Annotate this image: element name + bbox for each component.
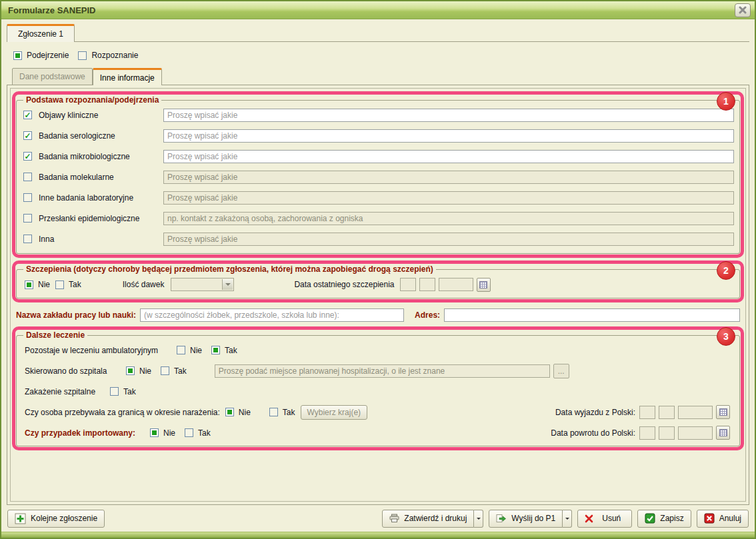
wyslij-do-p1-label: Wyślij do P1	[511, 514, 555, 523]
szczepienie-year-input[interactable]	[439, 278, 473, 291]
adres-label: Adres:	[415, 310, 440, 320]
inna-input[interactable]	[163, 233, 734, 246]
badania-mikrobiologiczne-checkbox[interactable]	[23, 152, 32, 161]
badania-molekularne-checkbox[interactable]	[23, 173, 32, 181]
szpital-tak-checkbox[interactable]: Tak	[161, 366, 187, 376]
zakazenie-tak-checkbox[interactable]: Tak	[110, 387, 136, 396]
anuluj-button[interactable]: Anuluj	[697, 510, 749, 528]
dalsze-leczenie-fieldset: Dalsze leczenie Pozostaje w leczeniu amb…	[16, 330, 740, 446]
ilosc-dawek-combobox[interactable]	[171, 278, 234, 291]
szpital-more-button[interactable]: ...	[553, 364, 569, 378]
szpital-tak-label: Tak	[174, 366, 187, 376]
data-powrotu-group: Data powrotu do Polski:	[551, 426, 730, 440]
importowany-nie-checkbox[interactable]: Nie	[150, 428, 175, 438]
inne-badania-input[interactable]	[163, 191, 734, 205]
rozpoznanie-checkbox-box[interactable]	[78, 51, 87, 60]
inna-label: Inna	[39, 235, 54, 244]
importowany-tak-box[interactable]	[185, 428, 193, 437]
ambulatoryjne-nie-checkbox[interactable]: Nie	[177, 346, 202, 355]
dalsze-leczenie-legend: Dalsze leczenie	[23, 330, 87, 340]
szczepienia-nie-box[interactable]	[25, 280, 33, 289]
ambulatoryjne-nie-label: Nie	[190, 346, 202, 355]
wyjazd-year-input[interactable]	[678, 406, 713, 419]
powrot-day-input[interactable]	[639, 426, 655, 440]
ambulatoryjne-tak-box[interactable]	[211, 346, 220, 354]
szczepienia-nie-label: Nie	[38, 280, 50, 289]
za-granica-tak-checkbox[interactable]: Tak	[269, 408, 295, 417]
szpital-nie-checkbox[interactable]: Nie	[126, 366, 151, 376]
zatwierdz-drukuj-label: Zatwierdź i drukuj	[404, 514, 467, 523]
zakazenie-tak-box[interactable]	[110, 387, 119, 396]
zatwierdz-dropdown-arrow[interactable]	[474, 510, 483, 528]
usun-button[interactable]: Usuń	[577, 510, 632, 528]
row-objawy-kliniczne: Objawy kliniczne	[22, 105, 734, 125]
przeslanki-checkbox[interactable]	[23, 214, 32, 223]
row-szpital: Skierowano do szpitala Nie Tak ...	[22, 360, 734, 381]
podejrzenie-checkbox-box[interactable]	[13, 51, 22, 60]
szpital-miejsce-input[interactable]	[215, 364, 550, 378]
zakazenie-label: Zakażenie szpitalne	[25, 387, 110, 396]
wyjazd-month-input[interactable]	[659, 406, 675, 419]
section-3-badge: 3	[717, 327, 735, 346]
tab-zgloszenie-1[interactable]: Zgłoszenie 1	[7, 24, 75, 42]
wyjazd-day-input[interactable]	[639, 406, 655, 419]
objawy-kliniczne-checkbox[interactable]	[23, 111, 32, 119]
wyslij-do-p1-button[interactable]: Wyślij do P1	[489, 510, 563, 528]
za-granica-nie-box[interactable]	[225, 408, 234, 416]
send-icon	[496, 514, 507, 523]
sanepid-window: Formularze SANEPID Zgłoszenie 1 Podejrze…	[0, 0, 756, 539]
zapisz-button[interactable]: Zapisz	[637, 510, 691, 528]
data-wyjazdu-label: Data wyjazdu z Polski:	[555, 408, 635, 417]
tab-inne-informacje[interactable]: Inne informacje	[93, 68, 162, 85]
podstawa-fieldset: Podstawa rozpoznania/podejrzenia Objawy …	[16, 95, 740, 254]
importowany-tak-checkbox[interactable]: Tak	[185, 428, 211, 438]
combo-arrow-icon	[222, 279, 233, 290]
za-granica-tak-box[interactable]	[269, 408, 278, 416]
importowany-tak-label: Tak	[198, 428, 211, 438]
badania-mikrobiologiczne-input[interactable]	[163, 150, 734, 163]
szczepienie-month-input[interactable]	[419, 278, 435, 291]
close-button[interactable]	[735, 3, 751, 17]
importowany-nie-box[interactable]	[150, 428, 159, 437]
wybierz-kraje-button[interactable]: Wybierz kraj(e)	[301, 405, 368, 420]
tab-panel: 1 Podstawa rozpoznania/podejrzenia Objaw…	[7, 85, 749, 505]
save-check-icon	[645, 513, 655, 524]
szpital-nie-box[interactable]	[126, 366, 135, 375]
ambulatoryjne-tak-label: Tak	[225, 346, 237, 355]
szczepienia-tak-box[interactable]	[55, 280, 64, 289]
adres-input[interactable]	[444, 308, 740, 322]
inna-checkbox[interactable]	[23, 235, 32, 243]
checkbox-rozpoznanie[interactable]: Rozpoznanie	[78, 51, 138, 60]
ambulatoryjne-nie-box[interactable]	[177, 346, 185, 354]
powrot-calendar-button[interactable]	[716, 426, 730, 440]
powrot-month-input[interactable]	[659, 426, 675, 440]
zatwierdz-split-button: Zatwierdź i drukuj	[382, 510, 483, 528]
wyjazd-calendar-button[interactable]	[716, 405, 730, 419]
kolejne-zgloszenie-button[interactable]: Kolejne zgłoszenie	[7, 510, 105, 528]
szczepienie-day-input[interactable]	[400, 278, 416, 291]
section-dalsze-leczenie: 3 Dalsze leczenie Pozostaje w leczeniu a…	[12, 326, 744, 450]
window-content: Zgłoszenie 1 Podejrzenie Rozpoznanie Dan…	[1, 19, 755, 532]
szczepienie-calendar-button[interactable]	[477, 278, 491, 292]
row-importowany: Czy przypadek importowany: Nie Tak Data …	[22, 422, 734, 443]
powrot-year-input[interactable]	[678, 426, 713, 440]
szpital-tak-box[interactable]	[161, 366, 169, 375]
przeslanki-input[interactable]	[163, 212, 734, 225]
badania-serologiczne-input[interactable]	[163, 129, 734, 143]
objawy-kliniczne-input[interactable]	[163, 109, 734, 122]
badania-molekularne-input[interactable]	[163, 171, 734, 184]
inne-badania-checkbox[interactable]	[23, 193, 32, 202]
szczepienia-tak-checkbox[interactable]: Tak	[55, 280, 81, 289]
checkbox-podejrzenie[interactable]: Podejrzenie	[13, 51, 69, 60]
tab-dane-podstawowe[interactable]: Dane podstawowe	[12, 68, 93, 85]
badania-mikrobiologiczne-label: Badania mikrobiologiczne	[39, 152, 130, 161]
badania-serologiczne-checkbox[interactable]	[23, 131, 32, 140]
zatwierdz-drukuj-button[interactable]: Zatwierdź i drukuj	[382, 510, 474, 528]
za-granica-nie-checkbox[interactable]: Nie	[225, 408, 251, 417]
workplace-input[interactable]	[140, 308, 404, 322]
szczepienia-nie-checkbox[interactable]: Nie	[25, 280, 50, 289]
row-badania-mikrobiologiczne: Badania mikrobiologiczne	[22, 146, 734, 167]
wyslij-dropdown-arrow[interactable]	[563, 510, 572, 528]
ambulatoryjne-tak-checkbox[interactable]: Tak	[211, 346, 237, 355]
objawy-kliniczne-label: Objawy kliniczne	[39, 111, 98, 120]
